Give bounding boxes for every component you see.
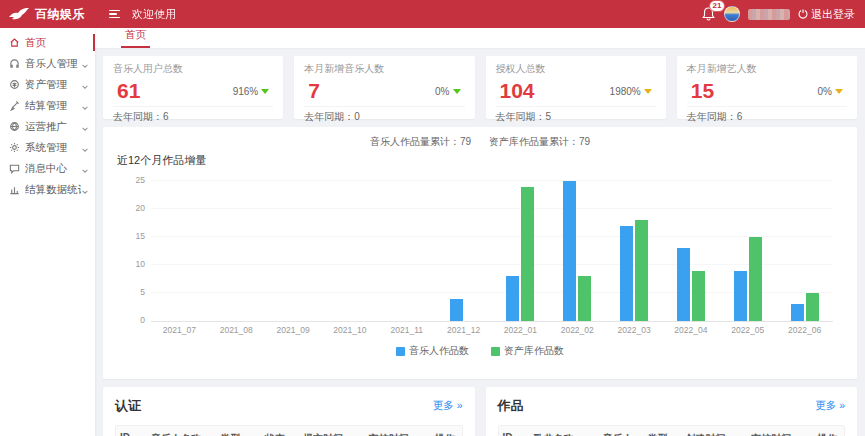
- sidebar-item-home[interactable]: 首页: [0, 32, 95, 53]
- chart-summary: 音乐人作品量累计：79资产库作品量累计：79: [117, 135, 843, 149]
- stat-value: 15: [687, 79, 714, 103]
- stat-card-musician-new: 本月新增音乐人数 7 0% 去年同期：0: [294, 56, 474, 119]
- chevron-down-icon: [81, 165, 89, 173]
- stat-card-licensor-total: 授权人总数 104 1980% 去年同期：5: [486, 56, 666, 119]
- x-axis-tick: 2022_04: [663, 325, 720, 335]
- legend-asset-works[interactable]: 资产库作品数: [491, 344, 564, 358]
- stat-card-musician-total: 音乐人用户总数 61 916% 去年同期：6: [103, 56, 283, 119]
- stat-card-artist-new: 本月新增艺人数 15 0% 去年同期：6: [677, 56, 857, 119]
- sidebar-item-system-mgmt[interactable]: 系统管理: [0, 137, 95, 158]
- chevron-down-icon: [81, 81, 89, 89]
- sidebar-item-settlement-stats[interactable]: 结算数据统计: [0, 179, 95, 200]
- headset-icon: [9, 58, 20, 69]
- top-header: 百纳娱乐 欢迎使用 21 退出登录: [0, 0, 865, 28]
- x-axis-tick: 2022_03: [606, 325, 663, 335]
- menu-collapse-icon[interactable]: [109, 10, 120, 19]
- bar-group: [151, 182, 208, 321]
- x-axis-tick: 2022_01: [492, 325, 549, 335]
- sidebar-nav: 首页 音乐人管理 资产管理 结算管理 运营推广: [0, 28, 95, 436]
- bar-资产库作品数[interactable]: [521, 187, 534, 321]
- tab-home[interactable]: 首页: [121, 28, 150, 48]
- tab-bar: 首页: [95, 28, 865, 49]
- legend-musician-works[interactable]: 音乐人作品数: [396, 344, 469, 358]
- sidebar-item-message-center[interactable]: 消息中心: [0, 158, 95, 179]
- gridline: [151, 180, 833, 181]
- x-axis-tick: 2021_11: [378, 325, 435, 335]
- bar-group: [378, 182, 435, 321]
- chart-title: 近12个月作品增量: [117, 153, 843, 168]
- trend-down-icon: [261, 89, 269, 94]
- notification-bell-icon[interactable]: 21: [702, 6, 716, 22]
- bottom-panels: 认证 更多 » ID 音乐人名称 类型 状态 提交时间 审核时间 操作: [103, 387, 857, 436]
- more-link[interactable]: 更多 »: [433, 399, 463, 413]
- works-table: ID 歌曲名称 音乐人 类型 创建时间 审核时间 操作: [498, 425, 846, 436]
- bar-group: [719, 182, 776, 321]
- app-logo[interactable]: 百纳娱乐: [0, 6, 95, 23]
- bar-chart-icon: [9, 184, 20, 195]
- bar-group: [265, 182, 322, 321]
- bar-group: [549, 182, 606, 321]
- table-header-row: ID 歌曲名称 音乐人 类型 创建时间 审核时间 操作: [499, 426, 845, 436]
- bar-音乐人作品数[interactable]: [450, 299, 463, 321]
- bar-资产库作品数[interactable]: [635, 220, 648, 321]
- table-header-row: ID 音乐人名称 类型 状态 提交时间 审核时间 操作: [116, 426, 462, 436]
- power-icon: [798, 9, 808, 19]
- bar-group: [322, 182, 379, 321]
- chart-legend: 音乐人作品数 资产库作品数: [117, 344, 843, 358]
- x-axis-tick: 2021_08: [208, 325, 265, 335]
- trend-down-icon: [835, 89, 843, 94]
- chevron-down-icon: [81, 144, 89, 152]
- y-axis-tick: 15: [125, 231, 145, 241]
- chevron-down-icon: [81, 123, 89, 131]
- logout-button[interactable]: 退出登录: [798, 7, 855, 22]
- trend-down-icon: [453, 89, 461, 94]
- bar-音乐人作品数[interactable]: [734, 271, 747, 321]
- bar-音乐人作品数[interactable]: [677, 248, 690, 321]
- user-avatar[interactable]: [724, 6, 740, 22]
- panel-works: 作品 更多 » ID 歌曲名称 音乐人 类型 创建时间 审核时间 操作: [486, 387, 858, 436]
- chevron-down-icon: [81, 60, 89, 68]
- bar-group: [606, 182, 663, 321]
- panel-title: 认证: [115, 397, 141, 415]
- works-chart-card: 音乐人作品量累计：79资产库作品量累计：79 近12个月作品增量 0510152…: [103, 127, 857, 379]
- y-axis-tick: 25: [125, 175, 145, 185]
- asset-icon: [9, 79, 20, 90]
- bar-音乐人作品数[interactable]: [506, 276, 519, 321]
- bar-资产库作品数[interactable]: [692, 271, 705, 321]
- bar-资产库作品数[interactable]: [749, 237, 762, 321]
- stat-cards-row: 音乐人用户总数 61 916% 去年同期：6 本月新增音乐人数 7 0% 去年同…: [103, 56, 857, 119]
- legend-swatch-blue: [396, 347, 405, 356]
- sidebar-item-musician-mgmt[interactable]: 音乐人管理: [0, 53, 95, 74]
- y-axis-tick: 5: [125, 287, 145, 297]
- home-icon: [9, 37, 20, 48]
- sidebar-item-settlement-mgmt[interactable]: 结算管理: [0, 95, 95, 116]
- more-link[interactable]: 更多 »: [815, 399, 845, 413]
- x-axis-tick: 2022_02: [549, 325, 606, 335]
- username-redacted: [748, 9, 790, 20]
- bar-音乐人作品数[interactable]: [620, 226, 633, 321]
- bar-音乐人作品数[interactable]: [563, 181, 576, 321]
- message-icon: [9, 163, 20, 174]
- x-axis-tick: 2021_12: [435, 325, 492, 335]
- bar-资产库作品数[interactable]: [806, 293, 819, 321]
- bird-logo-icon: [8, 7, 30, 21]
- globe-icon: [9, 121, 20, 132]
- chevron-down-icon: [81, 102, 89, 110]
- welcome-text: 欢迎使用: [132, 7, 176, 22]
- bar-音乐人作品数[interactable]: [791, 304, 804, 321]
- bar-资产库作品数[interactable]: [578, 276, 591, 321]
- stat-value: 61: [113, 79, 140, 103]
- sidebar-item-asset-mgmt[interactable]: 资产管理: [0, 74, 95, 95]
- legend-swatch-green: [491, 347, 500, 356]
- x-axis-tick: 2022_06: [776, 325, 833, 335]
- bar-group: [208, 182, 265, 321]
- bar-chart-plot: 05101520252021_072021_082021_092021_1020…: [151, 182, 833, 322]
- y-axis-tick: 20: [125, 203, 145, 213]
- logout-label: 退出登录: [811, 7, 855, 22]
- notification-badge: 21: [709, 0, 725, 12]
- x-axis-tick: 2022_05: [719, 325, 776, 335]
- app-title: 百纳娱乐: [35, 6, 85, 23]
- main-area: 首页 音乐人用户总数 61 916% 去年同期：6 本月新增音乐人数 7 0% …: [95, 28, 865, 436]
- sidebar-item-operations[interactable]: 运营推广: [0, 116, 95, 137]
- chevron-down-icon: [81, 186, 89, 194]
